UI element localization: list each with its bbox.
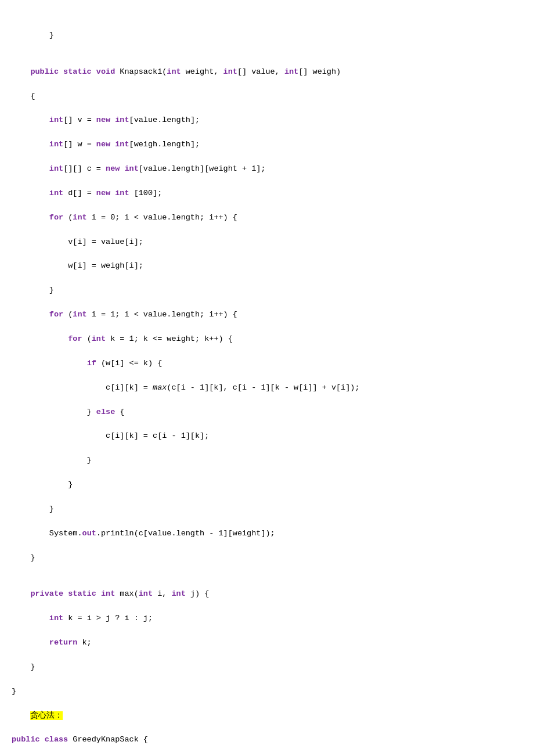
code-line: for (int i = 0; i < value.length; i++) { (12, 212, 522, 224)
code-line: v[i] = value[i]; (12, 236, 522, 249)
code-line: } (12, 455, 522, 467)
code-line: int k = i > j ? i : j; (12, 613, 522, 625)
code-line: } (12, 503, 522, 516)
code-line: } (12, 661, 522, 674)
code-line: } (12, 686, 522, 698)
code-line: c[i][k] = max(c[i - 1][k], c[i - 1][k - … (12, 382, 522, 394)
code-line: 贪心法： (12, 710, 522, 722)
code-line: int[] w = new int[weigh.length]; (12, 139, 522, 151)
code-line: private static int max(int i, int j) { (12, 588, 522, 600)
code-line: } else { (12, 406, 522, 419)
code-line: } (12, 479, 522, 491)
code-line: c[i][k] = c[i - 1][k]; (12, 430, 522, 442)
code-line: System.out.println(c[value.length - 1][w… (12, 528, 522, 540)
code-line: public class GreedyKnapSack { (12, 734, 522, 746)
code-line: if (w[i] <= k) { (12, 358, 522, 370)
code-line: return k; (12, 637, 522, 649)
code-display: } public static void Knapsack1(int weigh… (0, 12, 534, 756)
code-line: for (int i = 1; i < value.length; i++) { (12, 309, 522, 321)
code-line: for (int k = 1; k <= weight; k++) { (12, 333, 522, 345)
code-line: public static void Knapsack1(int weight,… (12, 66, 522, 78)
code-line: int[][] c = new int[value.length][weight… (12, 163, 522, 175)
code-line: int[] v = new int[value.length]; (12, 114, 522, 127)
code-line: } (12, 285, 522, 297)
code-line: w[i] = weigh[i]; (12, 260, 522, 272)
code-line: int d[] = new int [100]; (12, 188, 522, 200)
code-line: } (12, 30, 522, 42)
code-line: } (12, 552, 522, 564)
code-line: { (12, 91, 522, 103)
